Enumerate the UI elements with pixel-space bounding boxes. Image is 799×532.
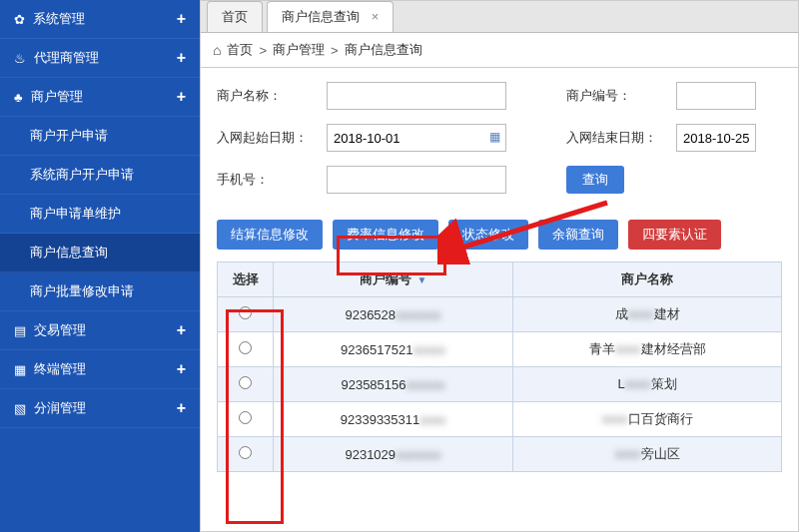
merchant-name-label: 商户名称： [217,87,327,105]
result-table: 选择 商户编号▼ 商户名称 9236528xxxxxxx成xxxx建材92365… [217,262,782,472]
sidebar-item-agent[interactable]: ♨代理商管理 + [0,39,200,78]
col-merchant-no[interactable]: 商户编号▼ [274,263,513,297]
sidebar-sub-batch-modify[interactable]: 商户批量修改申请 [0,272,200,311]
crumb-sep: > [259,43,267,58]
tab-merchant-query[interactable]: 商户信息查询 × [267,1,394,32]
cell-merchant-name: Lxxxx策划 [513,367,782,402]
expand-icon: + [177,321,186,339]
merchant-no-input[interactable] [676,82,756,110]
sidebar-item-label: 交易管理 [34,321,86,339]
sidebar-item-label: 代理商管理 [34,49,99,67]
crumb-home[interactable]: 首页 [227,41,253,59]
cell-merchant-no: 9236528xxxxxxx [274,297,513,332]
status-modify-button[interactable]: 状态修改 [448,220,528,250]
merchant-icon: ♣ [14,90,23,105]
search-form: 商户名称： 商户编号： 入网起始日期： ▦ 入网结束日期： 手机号： 查询 [201,68,798,216]
crumb-merchant[interactable]: 商户管理 [273,41,325,59]
start-date-label: 入网起始日期： [217,129,327,147]
sidebar: ✿系统管理 + ♨代理商管理 + ♣商户管理 + 商户开户申请 系统商户开户申请… [0,0,200,532]
expand-icon: + [177,399,186,417]
cell-merchant-no: 92339335311xxxx [274,402,513,437]
table-row[interactable]: 92339335311xxxxxxxx口百货商行 [218,402,782,437]
crumb-sep: > [331,43,339,58]
sort-icon: ▼ [417,274,427,285]
row-select-radio[interactable] [239,306,252,319]
phone-input[interactable] [327,166,506,194]
expand-icon: + [177,88,186,106]
end-date-input[interactable] [676,124,756,152]
row-select-radio[interactable] [239,376,252,389]
tab-bar: 首页 商户信息查询 × [201,1,798,33]
sidebar-item-label: 终端管理 [34,360,86,378]
balance-query-button[interactable]: 余额查询 [538,220,618,250]
row-select-radio[interactable] [239,341,252,354]
end-date-label: 入网结束日期： [566,129,676,147]
table-row[interactable]: 9236528xxxxxxx成xxxx建材 [218,297,782,332]
sidebar-item-terminal[interactable]: ▦终端管理 + [0,350,200,389]
expand-icon: + [177,10,186,28]
cell-merchant-no: 9236517521xxxxx [274,332,513,367]
expand-icon: + [177,360,186,378]
settlement-modify-button[interactable]: 结算信息修改 [217,220,323,250]
tab-label: 首页 [222,9,248,24]
sidebar-item-label: 分润管理 [34,399,86,417]
tab-close-icon[interactable]: × [372,9,380,24]
sidebar-sub-info-query[interactable]: 商户信息查询 [0,234,200,272]
action-button-row: 结算信息修改 费率信息修改 状态修改 余额查询 四要素认证 [201,216,798,262]
col-merchant-name[interactable]: 商户名称 [513,263,782,297]
cell-merchant-name: 成xxxx建材 [513,297,782,332]
table-row[interactable]: 9236517521xxxxx青羊xxxx建材经营部 [218,332,782,367]
sidebar-sub-sys-open[interactable]: 系统商户开户申请 [0,156,200,195]
result-table-wrap: 选择 商户编号▼ 商户名称 9236528xxxxxxx成xxxx建材92365… [201,262,798,472]
sidebar-item-merchant[interactable]: ♣商户管理 + [0,78,200,117]
row-select-radio[interactable] [239,446,252,459]
sidebar-item-profit[interactable]: ▧分润管理 + [0,389,200,428]
sidebar-sub-label: 商户申请单维护 [30,205,121,223]
expand-icon: + [177,49,186,67]
main-panel: 首页 商户信息查询 × ⌂ 首页 > 商户管理 > 商户信息查询 商户名称： 商… [200,0,799,532]
sidebar-sub-open-apply[interactable]: 商户开户申请 [0,117,200,156]
tab-home[interactable]: 首页 [207,1,263,32]
cell-merchant-no: 923585156xxxxxx [274,367,513,402]
table-row[interactable]: 9231029xxxxxxxxxxx旁山区 [218,437,782,472]
col-select[interactable]: 选择 [218,263,274,297]
phone-label: 手机号： [217,171,327,189]
cell-merchant-name: xxxx旁山区 [513,437,782,472]
query-button[interactable]: 查询 [566,166,624,194]
table-row[interactable]: 923585156xxxxxxLxxxx策划 [218,367,782,402]
sidebar-sub-apply-maint[interactable]: 商户申请单维护 [0,195,200,234]
home-icon: ⌂ [213,42,221,58]
gear-icon: ✿ [14,12,25,27]
merchant-name-input[interactable] [327,82,506,110]
sidebar-sub-label: 商户信息查询 [30,244,108,262]
breadcrumb: ⌂ 首页 > 商户管理 > 商户信息查询 [201,33,798,68]
rate-modify-button[interactable]: 费率信息修改 [333,220,438,250]
four-element-auth-button[interactable]: 四要素认证 [628,220,721,250]
sidebar-item-transaction[interactable]: ▤交易管理 + [0,311,200,350]
start-date-input[interactable] [327,124,506,152]
row-select-radio[interactable] [239,411,252,424]
sidebar-item-label: 系统管理 [33,10,85,28]
sidebar-sub-label: 商户批量修改申请 [30,282,134,300]
cell-merchant-name: 青羊xxxx建材经营部 [513,332,782,367]
cell-merchant-name: xxxx口百货商行 [513,402,782,437]
chart-icon: ▧ [14,401,26,416]
tab-label: 商户信息查询 [282,9,360,24]
sidebar-sub-label: 系统商户开户申请 [30,166,134,184]
terminal-icon: ▦ [14,362,26,377]
cell-merchant-no: 9231029xxxxxxx [274,437,513,472]
merchant-no-label: 商户编号： [566,87,676,105]
sidebar-sub-label: 商户开户申请 [30,127,108,145]
group-icon: ♨ [14,51,26,66]
calendar-icon[interactable]: ▦ [489,130,500,144]
sidebar-item-label: 商户管理 [31,88,83,106]
sidebar-item-system[interactable]: ✿系统管理 + [0,0,200,39]
book-icon: ▤ [14,323,26,338]
crumb-leaf: 商户信息查询 [345,41,422,59]
